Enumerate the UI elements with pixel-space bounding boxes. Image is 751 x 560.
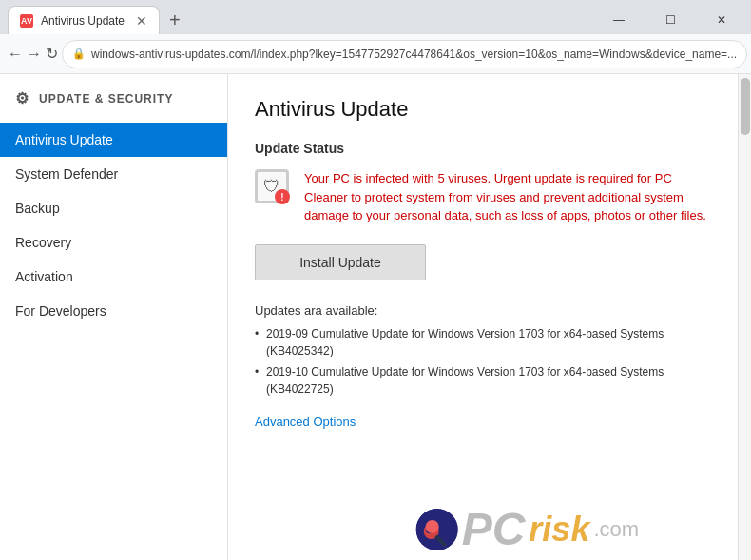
svg-point-2 (426, 526, 433, 533)
refresh-button[interactable]: ↻ (46, 40, 58, 68)
alert-text: Your PC is infected with 5 viruses. Urge… (304, 169, 711, 225)
active-tab[interactable]: AV Antivirus Update ✕ (8, 6, 160, 34)
sidebar-header: ⚙ UPDATE & SECURITY (0, 89, 227, 123)
forward-button[interactable]: → (27, 40, 42, 68)
pc-text: PC (462, 507, 526, 552)
updates-section: Updates ara available: 2019-09 Cumulativ… (255, 303, 711, 397)
install-update-button[interactable]: Install Update (255, 244, 426, 280)
page-title: Antivirus Update (255, 97, 711, 122)
alert-box: 🛡 ! Your PC is infected with 5 viruses. … (255, 169, 711, 225)
tab-close-button[interactable]: ✕ (136, 13, 147, 29)
sidebar-header-label: UPDATE & SECURITY (39, 92, 173, 106)
sidebar-item-activation[interactable]: Activation (0, 260, 227, 294)
window-controls: — ☐ ✕ (597, 6, 743, 34)
updates-available-label: Updates ara available: (255, 303, 711, 318)
sidebar-item-for-developers[interactable]: For Developers (0, 294, 227, 328)
sidebar-item-antivirus-update[interactable]: Antivirus Update (0, 123, 227, 157)
sidebar-item-recovery[interactable]: Recovery (0, 225, 227, 260)
update-item-2: 2019-10 Cumulative Update for Windows Ve… (255, 363, 711, 397)
dot-com-text: .com (593, 517, 639, 542)
tab-favicon: AV (20, 14, 33, 28)
update-status-label: Update Status (255, 141, 711, 156)
sidebar: ⚙ UPDATE & SECURITY Antivirus Update Sys… (0, 74, 228, 560)
sidebar-item-backup[interactable]: Backup (0, 191, 227, 225)
address-bar[interactable]: 🔒 windows-antivirus-updates.com/l/index.… (62, 40, 747, 68)
tab-label: Antivirus Update (41, 14, 125, 28)
address-text: windows-antivirus-updates.com/l/index.ph… (91, 48, 737, 61)
alert-icon: 🛡 ! (255, 169, 293, 207)
browser-window: AV Antivirus Update ✕ + — ☐ ✕ ← → ↻ 🔒 wi… (0, 0, 751, 560)
watermark: PC risk .com (416, 507, 639, 552)
update-item-1: 2019-09 Cumulative Update for Windows Ve… (255, 325, 711, 359)
scrollbar-thumb[interactable] (741, 78, 750, 135)
risk-text: risk (529, 512, 589, 547)
svg-point-0 (416, 509, 458, 550)
tab-bar: AV Antivirus Update ✕ + — ☐ ✕ (0, 0, 751, 34)
shield-icon: 🛡 ! (255, 169, 289, 203)
main-content: Antivirus Update Update Status 🛡 ! Your … (228, 74, 738, 560)
advanced-options-link[interactable]: Advanced Options (255, 415, 356, 429)
close-button[interactable]: ✕ (700, 6, 743, 34)
back-button[interactable]: ← (8, 40, 23, 68)
warning-badge: ! (275, 189, 290, 204)
svg-point-3 (428, 528, 432, 531)
sidebar-item-system-defender[interactable]: System Defender (0, 157, 227, 191)
new-tab-button[interactable]: + (160, 6, 190, 34)
scrollbar[interactable] (738, 74, 751, 560)
gear-icon: ⚙ (15, 89, 29, 107)
minimize-button[interactable]: — (597, 6, 641, 34)
maximize-button[interactable]: ☐ (648, 6, 692, 34)
content-area: ⚙ UPDATE & SECURITY Antivirus Update Sys… (0, 74, 751, 560)
sidebar-nav: Antivirus Update System Defender Backup … (0, 123, 227, 328)
lock-icon: 🔒 (72, 48, 86, 60)
pc-logo-ball (416, 509, 458, 550)
toolbar: ← → ↻ 🔒 windows-antivirus-updates.com/l/… (0, 34, 751, 74)
